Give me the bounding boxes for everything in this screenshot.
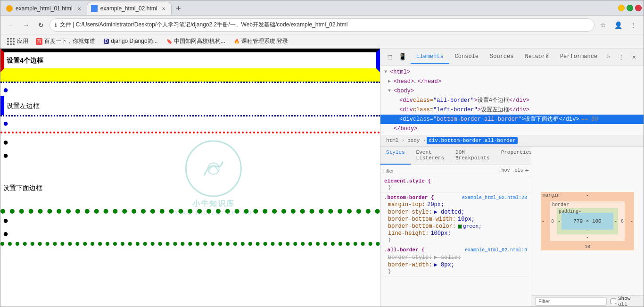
breadcrumb-div[interactable]: div.bottom-border.all-border	[427, 137, 518, 144]
bookmark-baidu[interactable]: 百 百度一下，你就知道	[32, 36, 99, 47]
back-button[interactable]: ←	[4, 18, 17, 32]
minimize-button[interactable]	[618, 5, 625, 11]
body-close-line[interactable]: </body>	[380, 124, 644, 133]
tab-label-2: example_html_02.html	[100, 5, 157, 12]
apps-grid-icon	[7, 38, 15, 45]
tab-label-1: example_html_01.html	[16, 5, 73, 12]
element-style-closing: }	[384, 185, 527, 191]
bookmark-icon-zhiwang: 🔖	[166, 39, 172, 44]
django-icon: D	[104, 39, 109, 44]
lock-icon: ℹ	[55, 22, 57, 28]
element-style-header: element.style {	[384, 178, 527, 184]
expand-icon: ▼	[388, 87, 393, 95]
reload-button[interactable]: ↻	[34, 18, 48, 32]
more-tabs-button[interactable]: »	[603, 51, 614, 63]
account-button[interactable]: 👤	[611, 18, 625, 32]
section1-text: 设置4个边框	[7, 57, 43, 64]
margin-bottom-value: 10	[585, 244, 590, 249]
forward-button[interactable]: →	[19, 18, 33, 32]
bookmarks-bar: 应用 百 百度一下，你就知道 D django Django简... 🔖 中国知…	[0, 34, 644, 49]
bookmark-button[interactable]: ☆	[596, 18, 610, 32]
css-prop-border-bottom-width: border-bottom-width: 10px;	[384, 216, 527, 223]
address-bar[interactable]: ℹ 文件 | C:/Users/Administrator/Desktop/个人…	[50, 18, 594, 32]
tab-sources[interactable]: Sources	[484, 50, 519, 64]
device-button[interactable]: 📱	[396, 51, 408, 63]
title-bar: example_html_01.html ✕ example_html_02.h…	[0, 0, 644, 16]
div-left-border-line[interactable]: <div class= "left-border" > 设置左边框 </div>	[380, 105, 644, 115]
html-tag-line[interactable]: ▼ <html>	[380, 67, 644, 77]
cls-label: .cls	[512, 168, 523, 173]
browser-window: example_html_01.html ✕ example_html_02.h…	[0, 0, 644, 307]
toolbar-right: ☆ 👤 ⋮	[596, 18, 640, 32]
menu-button[interactable]: ⋮	[627, 18, 640, 32]
div-all-border-line[interactable]: <div class= "all-border" > 设置4个边框 </div>	[380, 96, 644, 105]
tab-console[interactable]: Console	[449, 50, 484, 64]
inspect-button[interactable]: ⬚	[384, 51, 396, 63]
webpage: 设置4个边框 ● 设置左边框 ●	[0, 49, 380, 307]
flame-icon: 🔥	[234, 39, 239, 44]
bottom-panel: Styles Event Listeners DOM Breakpoints P…	[380, 146, 644, 307]
bullet-2: ●	[0, 116, 380, 130]
panel-tabs: Styles Event Listeners DOM Breakpoints P…	[380, 147, 531, 165]
close-button[interactable]	[635, 5, 642, 11]
bookmark-course[interactable]: 🔥 课程管理系统|登录	[230, 36, 292, 47]
filter-right: :hov .cls +	[499, 167, 529, 174]
padding-right-value: -	[614, 218, 617, 224]
tab-1[interactable]: example_html_01.html ✕	[2, 2, 87, 15]
bottom-border-source[interactable]: example_html_02.html:23	[462, 195, 527, 200]
bottom-border-closing: }	[384, 237, 527, 243]
panel-tab-dom-breakpoints[interactable]: DOM Breakpoints	[450, 147, 495, 165]
padding-label: padding-	[559, 209, 581, 214]
breadcrumb-html[interactable]: html	[384, 137, 400, 144]
box-model-panel: margin - 10 - - border 8 8	[531, 147, 644, 307]
padding-bottom-value: -	[586, 228, 589, 233]
bookmark-django[interactable]: D django Django简...	[100, 36, 162, 47]
bottom-filter-input[interactable]	[535, 297, 607, 306]
panel-tab-styles[interactable]: Styles	[380, 147, 411, 165]
body-tag-line[interactable]: ▼ <body>	[380, 86, 644, 96]
head-tag-line[interactable]: ▶ <head> … </head>	[380, 77, 644, 86]
maximize-button[interactable]	[627, 5, 633, 11]
breadcrumb-bar: html › body › div.bottom-border.all-bord…	[380, 135, 644, 146]
panel-tab-properties[interactable]: Properties	[495, 147, 531, 165]
margin-layer: margin - 10 - - border 8 8	[541, 192, 634, 250]
tab-network[interactable]: Network	[519, 50, 554, 64]
filter-input[interactable]	[382, 168, 497, 174]
apps-label: 应用	[17, 37, 28, 45]
content-box: 779 × 100	[561, 213, 613, 230]
css-prop-margin-top: margin-top: 20px;	[384, 201, 527, 208]
all-border-div: 设置4个边框	[0, 49, 380, 72]
new-tab-button[interactable]: +	[172, 2, 185, 15]
bookmark-icon: ☆	[600, 21, 606, 29]
baidu-label: 百度一下，你就知道	[44, 37, 95, 45]
filter-bar: :hov .cls +	[380, 165, 531, 176]
all-border-header: .all-border { example_html_02.html:9	[384, 247, 527, 253]
apps-bookmark[interactable]: 应用	[4, 36, 31, 47]
expand-icon: …	[394, 115, 398, 124]
all-border-source[interactable]: example_html_02.html:9	[465, 248, 527, 253]
bottom-border-section: .bottom-border { example_html_02.html:23…	[380, 193, 531, 245]
breadcrumb-body[interactable]: body	[405, 137, 421, 144]
devtools-close-button[interactable]: ✕	[628, 51, 640, 63]
panel-tab-event-listeners[interactable]: Event Listeners	[411, 147, 450, 165]
back-icon: ←	[8, 21, 14, 29]
tab-close-1[interactable]: ✕	[75, 5, 83, 12]
element-style-selector: element.style {	[384, 178, 431, 184]
tab-2[interactable]: example_html_02.html ✕	[87, 2, 172, 15]
django-label: django Django简...	[111, 37, 157, 45]
tab-performance[interactable]: Performance	[554, 50, 603, 64]
tab-close-2[interactable]: ✕	[160, 5, 167, 12]
devtools-settings-button[interactable]: ⋮	[615, 51, 627, 63]
show-all-checkbox[interactable]	[611, 299, 616, 304]
toolbar: ← → ↻ ℹ 文件 | C:/Users/Administrator/Desk…	[0, 16, 644, 34]
green-color-swatch	[458, 224, 462, 229]
bookmark-zhiwang[interactable]: 🔖 中国知网高校/机构...	[163, 36, 229, 47]
css-prop-border-style-all: border-style: ▶ solid;	[384, 254, 527, 261]
tab-elements[interactable]: Elements	[411, 50, 449, 64]
css-prop-border-style: border-style: ▶ dotted;	[384, 208, 527, 216]
div-bottom-border-line[interactable]: … <div class= "bottom-border all-border"…	[380, 115, 644, 124]
account-icon: 👤	[614, 21, 622, 29]
bottom-border-div: 设置下面边框	[0, 166, 380, 214]
plus-button[interactable]: +	[525, 167, 529, 174]
expand-icon	[394, 96, 398, 105]
